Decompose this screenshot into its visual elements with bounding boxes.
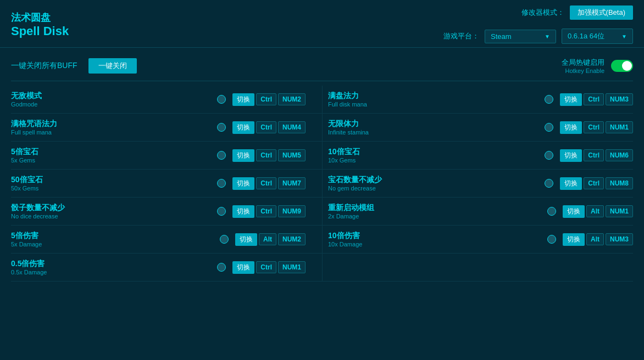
- cheat-toggle[interactable]: [217, 95, 226, 104]
- top-bar: 一键关闭所有BUFF 一键关闭 全局热键启用 Hotkey Enable: [11, 53, 633, 81]
- hotkey-switch-button[interactable]: 切换: [232, 261, 254, 274]
- cheat-en: 10x Gems: [328, 157, 538, 164]
- key-badge-key: NUM3: [606, 233, 633, 245]
- cheat-en: Godmode: [11, 101, 210, 108]
- header: 法术圆盘 Spell Disk 修改器模式： 加强模式(Beta) 游戏平台： …: [0, 0, 644, 48]
- cheat-toggle[interactable]: [217, 179, 226, 188]
- cheat-item: 满盘法力 Full disk mana 切换 Ctrl NUM3: [322, 86, 633, 114]
- header-right: 修改器模式： 加强模式(Beta) 游戏平台： Steam ▼ 0.6.1a 6…: [443, 5, 633, 44]
- cheat-cn: 骰子数量不减少: [11, 203, 210, 213]
- cheat-toggle[interactable]: [217, 151, 226, 160]
- cheat-toggle[interactable]: [220, 235, 229, 244]
- cheat-toggle[interactable]: [547, 235, 556, 244]
- key-badge-key: NUM1: [278, 261, 306, 273]
- hotkey-group: 切换 Ctrl NUM8: [560, 177, 633, 190]
- cheat-cn: 无敌模式: [11, 91, 210, 101]
- toggle-slider: [611, 60, 633, 72]
- cheat-toggle[interactable]: [217, 263, 226, 272]
- hotkey-group: 切换 Ctrl NUM5: [232, 149, 306, 162]
- cheat-toggle[interactable]: [217, 123, 226, 132]
- cheat-toggle[interactable]: [545, 151, 553, 160]
- key-badge-modifier: Alt: [259, 233, 276, 245]
- version-value: 0.6.1a 64位: [568, 31, 604, 41]
- key-badge-modifier: Alt: [586, 233, 604, 245]
- cheat-item: 10倍伤害 10x Damage 切换 Alt NUM3: [322, 226, 633, 254]
- content: 一键关闭所有BUFF 一键关闭 全局热键启用 Hotkey Enable 无敌模…: [0, 48, 644, 287]
- title-block: 法术圆盘 Spell Disk: [11, 11, 69, 38]
- key-badge-key: NUM2: [278, 93, 306, 105]
- key-badge-key: NUM1: [606, 205, 633, 217]
- hotkey-group: 切换 Ctrl NUM9: [232, 205, 306, 218]
- cheat-name-block: 0.5倍伤害 0.5x Damage: [11, 259, 210, 275]
- hotkey-toggle[interactable]: [611, 60, 633, 72]
- cheat-en: No gem decrease: [328, 185, 538, 192]
- hotkey-switch-button[interactable]: 切换: [235, 233, 257, 246]
- cheat-item: 无敌模式 Godmode 切换 Ctrl NUM2: [11, 86, 322, 114]
- chevron-down-icon: ▼: [545, 33, 550, 40]
- close-all-button[interactable]: 一键关闭: [88, 58, 137, 74]
- hotkey-switch-button[interactable]: 切换: [560, 121, 582, 134]
- cheat-item: 10倍宝石 10x Gems 切换 Ctrl NUM6: [322, 142, 633, 170]
- cheat-toggle[interactable]: [545, 123, 553, 132]
- hotkey-switch-button[interactable]: 切换: [563, 205, 585, 218]
- top-bar-left: 一键关闭所有BUFF 一键关闭: [11, 58, 137, 74]
- cheat-name-block: 无限体力 Infinite stamina: [328, 119, 538, 136]
- platform-select[interactable]: Steam ▼: [485, 30, 556, 43]
- version-select[interactable]: 0.6.1a 64位 ▼: [562, 29, 633, 44]
- mode-button[interactable]: 加强模式(Beta): [570, 5, 633, 20]
- cheat-en: Full disk mana: [328, 101, 538, 108]
- hotkey-group: 切换 Ctrl NUM1: [232, 261, 306, 274]
- cheat-name-block: 宝石数量不减少 No gem decrease: [328, 175, 538, 192]
- close-all-label: 一键关闭所有BUFF: [11, 61, 77, 71]
- cheat-name-block: 50倍宝石 50x Gems: [11, 175, 210, 192]
- key-badge-modifier: Ctrl: [584, 149, 604, 161]
- cheat-item: 无限体力 Infinite stamina 切换 Ctrl NUM1: [322, 114, 633, 142]
- hotkey-switch-button[interactable]: 切换: [560, 177, 582, 190]
- hotkey-switch-button[interactable]: 切换: [232, 149, 254, 162]
- hotkey-switch-button[interactable]: 切换: [232, 93, 254, 106]
- top-bar-right: 全局热键启用 Hotkey Enable: [562, 58, 633, 74]
- cheat-cn: 宝石数量不减少: [328, 175, 538, 185]
- key-badge-modifier: Ctrl: [256, 93, 276, 105]
- key-badge-key: NUM3: [606, 93, 633, 105]
- cheat-toggle[interactable]: [547, 207, 556, 216]
- hotkey-cn: 全局热键启用: [562, 58, 604, 68]
- hotkey-switch-button[interactable]: 切换: [232, 177, 254, 190]
- key-badge-key: NUM9: [278, 205, 306, 217]
- cheat-item: 重新启动模组 2x Damage 切换 Alt NUM1: [322, 198, 633, 226]
- cheat-toggle[interactable]: [217, 207, 226, 216]
- cheat-cn: 满盘法力: [328, 91, 538, 101]
- cheat-item: 5倍伤害 5x Damage 切换 Alt NUM2: [11, 226, 322, 254]
- cheat-cn: 5倍伤害: [11, 231, 213, 241]
- title-en: Spell Disk: [11, 24, 69, 38]
- cheat-cn: 50倍宝石: [11, 175, 210, 185]
- key-badge-key: NUM6: [606, 149, 633, 161]
- hotkey-switch-button[interactable]: 切换: [560, 93, 582, 106]
- hotkey-switch-button[interactable]: 切换: [232, 121, 254, 134]
- cheat-name-block: 满格咒语法力 Full spell mana: [11, 119, 210, 136]
- cheat-name-block: 5倍伤害 5x Damage: [11, 231, 213, 248]
- cheat-cn: 重新启动模组: [328, 203, 541, 213]
- cheat-en: No dice decrease: [11, 213, 210, 220]
- hotkey-group: 切换 Ctrl NUM4: [232, 121, 306, 134]
- cheat-en: 5x Gems: [11, 157, 210, 164]
- hotkey-group: 切换 Alt NUM2: [235, 233, 306, 246]
- cheat-grid: 无敌模式 Godmode 切换 Ctrl NUM2 满盘法力 Full disk…: [11, 86, 633, 282]
- key-badge-modifier: Alt: [586, 205, 604, 217]
- hotkey-switch-button[interactable]: 切换: [560, 149, 582, 162]
- mode-label: 修改器模式：: [521, 8, 564, 18]
- key-badge-modifier: Ctrl: [584, 121, 604, 133]
- cheat-cn: 满格咒语法力: [11, 119, 210, 129]
- cheat-cn: 10倍伤害: [328, 231, 541, 241]
- key-badge-key: NUM1: [606, 121, 633, 133]
- cheat-toggle[interactable]: [545, 95, 553, 104]
- hotkey-group: 切换 Alt NUM1: [563, 205, 633, 218]
- key-badge-modifier: Ctrl: [256, 177, 276, 189]
- hotkey-switch-button[interactable]: 切换: [563, 233, 585, 246]
- cheat-name-block: 无敌模式 Godmode: [11, 91, 210, 108]
- hotkey-switch-button[interactable]: 切换: [232, 205, 254, 218]
- cheat-name-block: 骰子数量不减少 No dice decrease: [11, 203, 210, 220]
- cheat-toggle[interactable]: [545, 179, 553, 188]
- key-badge-modifier: Ctrl: [256, 121, 276, 133]
- hotkey-group: 切换 Ctrl NUM2: [232, 93, 306, 106]
